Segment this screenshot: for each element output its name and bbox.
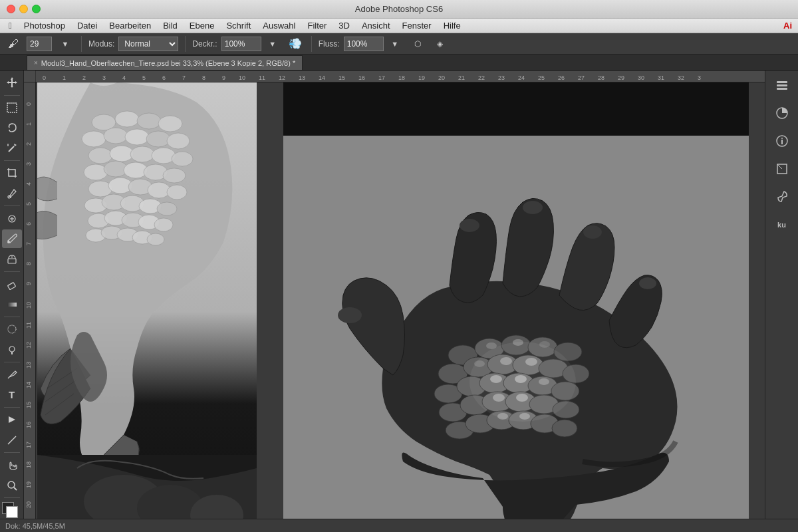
- deckr-input[interactable]: [221, 37, 261, 51]
- right-black-bar: [283, 82, 749, 136]
- close-button[interactable]: [7, 5, 15, 13]
- tool-blur[interactable]: [2, 320, 22, 339]
- tool-zoom[interactable]: [2, 476, 22, 495]
- transform-button[interactable]: [770, 157, 794, 181]
- tool-type[interactable]: T: [2, 386, 22, 405]
- deckr-dropdown-icon[interactable]: ▼: [263, 35, 282, 53]
- minimize-button[interactable]: [19, 5, 28, 13]
- apple-menu[interactable]: : [3, 19, 18, 33]
- menu-schrift[interactable]: Schrift: [220, 19, 257, 33]
- brush-options-icon[interactable]: ▼: [56, 35, 74, 53]
- svg-point-49: [157, 202, 177, 215]
- spray-icon[interactable]: ◈: [431, 35, 450, 53]
- svg-point-112: [583, 225, 602, 239]
- ruler-v-9: 9: [25, 282, 32, 285]
- menu-auswahl[interactable]: Auswahl: [257, 19, 301, 33]
- menu-fenster[interactable]: Fenster: [396, 19, 438, 33]
- ruler-v-19: 19: [25, 481, 32, 488]
- menu-bild[interactable]: Bild: [157, 19, 184, 33]
- maximize-button[interactable]: [32, 5, 41, 13]
- tool-pen[interactable]: [2, 365, 22, 384]
- menu-ebene[interactable]: Ebene: [184, 19, 221, 33]
- ruler-v-6: 6: [25, 222, 32, 225]
- tool-path-select[interactable]: [2, 410, 22, 430]
- ruler-v-3: 3: [25, 162, 32, 166]
- tool-clone[interactable]: [2, 249, 22, 269]
- svg-point-18: [8, 481, 15, 488]
- ruler-v-0: 0: [25, 102, 32, 106]
- ruler-v-13: 13: [25, 362, 32, 368]
- menu-ansicht[interactable]: Ansicht: [356, 19, 396, 33]
- svg-rect-115: [777, 81, 787, 83]
- info-button[interactable]: [770, 129, 794, 153]
- ruler-tick-3: 3: [102, 74, 106, 81]
- layers-button[interactable]: [770, 73, 794, 97]
- ruler-tick-1: 1: [63, 74, 66, 81]
- tool-move[interactable]: [2, 73, 22, 92]
- menu-3d[interactable]: 3D: [332, 19, 356, 33]
- ruler-tick-20: 20: [438, 74, 445, 81]
- ruler-v-1: 1: [25, 122, 32, 126]
- fish-artwork: [37, 82, 257, 468]
- tool-gradient[interactable]: [2, 295, 22, 314]
- ruler-tick-7: 7: [182, 74, 186, 81]
- ruler-tick-10: 10: [239, 74, 245, 81]
- ruler-tick-21: 21: [458, 74, 465, 81]
- document-tab[interactable]: × Modul3_Hand_Oberflaechen_Tiere.psd bei…: [27, 55, 303, 70]
- tool-line[interactable]: [2, 431, 22, 450]
- svg-rect-12: [7, 283, 15, 290]
- tab-bar: × Modul3_Hand_Oberflaechen_Tiere.psd bei…: [0, 55, 798, 70]
- fluss-input[interactable]: [344, 37, 384, 51]
- tool-brush[interactable]: [2, 229, 22, 249]
- airbrush-icon[interactable]: 💨: [286, 35, 305, 53]
- ruler-v-12: 12: [25, 342, 32, 348]
- ruler-v-14: 14: [25, 382, 32, 388]
- ruler-v-16: 16: [25, 422, 32, 428]
- ku-label: ku: [777, 221, 786, 229]
- adjustments-button[interactable]: [770, 101, 794, 125]
- tool-dodge[interactable]: [2, 340, 22, 360]
- svg-point-29: [167, 133, 190, 149]
- canvas-scroll[interactable]: 0 1 2 3 4 5 6 7 8 9 10 11 12 13 14 15 16: [24, 82, 765, 519]
- svg-point-113: [639, 277, 656, 289]
- svg-line-19: [14, 487, 17, 490]
- menu-filter[interactable]: Filter: [301, 19, 332, 33]
- ruler-v-8: 8: [25, 262, 32, 265]
- menu-photoshop[interactable]: Photoshop: [18, 19, 71, 33]
- left-image-panel: [37, 82, 257, 519]
- ruler-v-10: 10: [25, 302, 32, 309]
- tool-crop[interactable]: [2, 164, 22, 183]
- tool-marquee[interactable]: [2, 98, 22, 118]
- tablet-pressure-icon[interactable]: ⬡: [408, 35, 427, 53]
- ku-button[interactable]: ku: [770, 213, 794, 237]
- brush-tool-icon[interactable]: 🖌: [4, 35, 23, 53]
- ruler-tick-16: 16: [358, 74, 365, 81]
- ruler-v-4: 4: [25, 182, 32, 186]
- fluss-dropdown-icon[interactable]: ▼: [386, 35, 404, 53]
- tool-eyedropper[interactable]: [2, 184, 22, 203]
- menu-bearbeiten[interactable]: Bearbeiten: [103, 19, 157, 33]
- tools-options-button[interactable]: [770, 185, 794, 209]
- canvas-area: 0 1 2 3 4 5 6 7 8 9 10 11 12 13 14 15 16: [24, 70, 765, 519]
- tool-lasso[interactable]: [2, 118, 22, 138]
- tool-eraser[interactable]: [2, 275, 22, 294]
- svg-point-23: [137, 113, 161, 129]
- svg-point-121: [781, 138, 783, 139]
- ruler-v-15: 15: [25, 402, 32, 408]
- menu-hilfe[interactable]: Hilfe: [438, 19, 467, 33]
- tool-hand[interactable]: [2, 456, 22, 475]
- tab-close-x[interactable]: ×: [34, 59, 38, 66]
- modus-select[interactable]: Normal: [118, 37, 178, 51]
- svg-point-43: [148, 182, 170, 198]
- menu-datei[interactable]: Datei: [71, 19, 103, 33]
- svg-point-9: [7, 241, 10, 243]
- modus-label: Modus:: [88, 39, 114, 49]
- tool-wand[interactable]: [2, 139, 22, 158]
- tool-heal[interactable]: [2, 209, 22, 228]
- ruler-v-11: 11: [25, 322, 32, 329]
- svg-point-24: [158, 116, 182, 132]
- ruler-tick-27: 27: [578, 74, 585, 81]
- ruler-tick-19: 19: [418, 74, 425, 81]
- artwork: [37, 82, 749, 519]
- fg-bg-colors[interactable]: [2, 502, 22, 519]
